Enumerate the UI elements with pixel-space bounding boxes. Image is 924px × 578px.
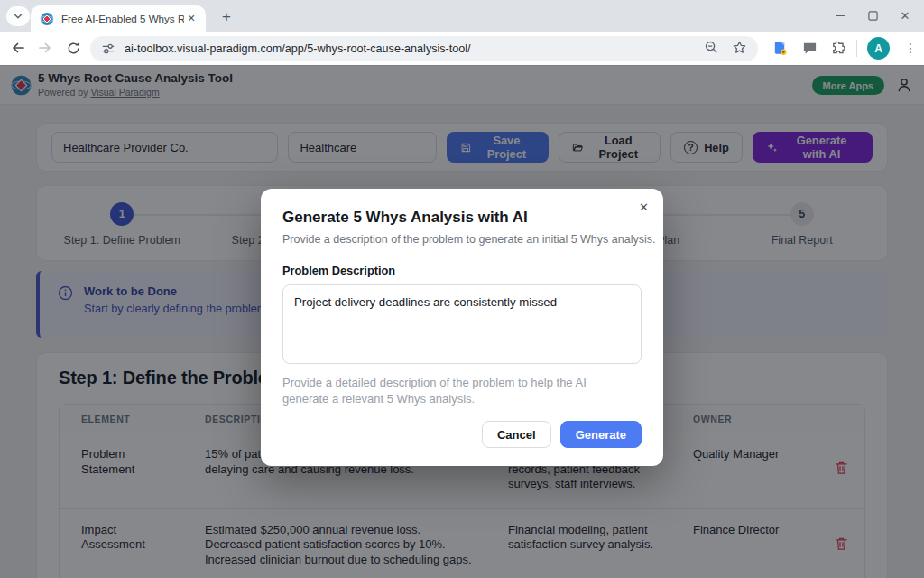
zoom-out-button[interactable]	[704, 40, 719, 59]
dialog-close-button[interactable]: ✕	[639, 200, 649, 214]
browser-navbar: ai-toolbox.visual-paradigm.com/app/5-why…	[0, 32, 924, 65]
bookmark-star-button[interactable]	[732, 40, 747, 59]
window-maximize-button[interactable]	[857, 0, 888, 31]
site-settings-tune-icon	[101, 42, 116, 56]
browser-tab-strip: Free AI-Enabled 5 Whys Root C ✕ + ✕	[0, 0, 924, 32]
reload-icon	[66, 41, 81, 56]
forward-button[interactable]	[36, 39, 54, 57]
blue-doc-icon	[772, 41, 788, 56]
problem-description-label: Problem Description	[282, 264, 642, 277]
dialog-title: Generate 5 Whys Analysis with AI	[282, 209, 642, 227]
address-bar[interactable]: ai-toolbox.visual-paradigm.com/app/5-why…	[90, 36, 758, 61]
forward-arrow-icon	[37, 40, 53, 56]
tab-close-icon[interactable]: ✕	[184, 12, 199, 26]
window-minimize-button[interactable]	[825, 0, 855, 31]
reload-button[interactable]	[64, 39, 82, 57]
generate-button[interactable]: Generate	[560, 421, 642, 448]
star-icon	[732, 40, 747, 55]
browser-window: Free AI-Enabled 5 Whys Root C ✕ + ✕ ai-t…	[0, 0, 924, 578]
problem-description-textarea[interactable]: Project delivery deadlines are consisten…	[282, 284, 642, 364]
toolbar-divider	[856, 40, 857, 57]
field-help-text: Provide a detailed description of the pr…	[282, 375, 633, 407]
tab-search-button[interactable]	[6, 6, 30, 26]
back-button[interactable]	[9, 39, 27, 57]
url-text[interactable]: ai-toolbox.visual-paradigm.com/app/5-why…	[125, 42, 704, 55]
extensions-button[interactable]	[831, 40, 847, 60]
new-tab-button[interactable]: +	[217, 7, 236, 27]
dialog-footer: Cancel Generate	[282, 421, 642, 448]
profile-avatar[interactable]: A	[867, 37, 890, 60]
chat-bubble-icon	[802, 41, 818, 56]
generate-ai-dialog: ✕ Generate 5 Whys Analysis with AI Provi…	[261, 189, 663, 466]
cancel-button[interactable]: Cancel	[482, 421, 551, 448]
tab-title: Free AI-Enabled 5 Whys Root C	[61, 13, 184, 24]
maximize-icon	[868, 11, 878, 21]
back-arrow-icon	[10, 40, 26, 56]
puzzle-piece-icon	[831, 40, 847, 56]
minimize-icon	[836, 15, 845, 16]
window-close-button[interactable]: ✕	[890, 0, 920, 31]
extension-shortcut-button[interactable]	[772, 41, 788, 60]
browser-menu-button[interactable]: ⋮	[901, 38, 919, 58]
dialog-subtitle: Provide a description of the problem to …	[282, 233, 642, 246]
site-favicon	[40, 12, 54, 26]
browser-tab[interactable]: Free AI-Enabled 5 Whys Root C ✕	[31, 5, 206, 32]
chevron-down-icon	[12, 10, 24, 23]
feedback-chat-button[interactable]	[802, 41, 818, 60]
zoom-out-icon	[704, 40, 719, 55]
